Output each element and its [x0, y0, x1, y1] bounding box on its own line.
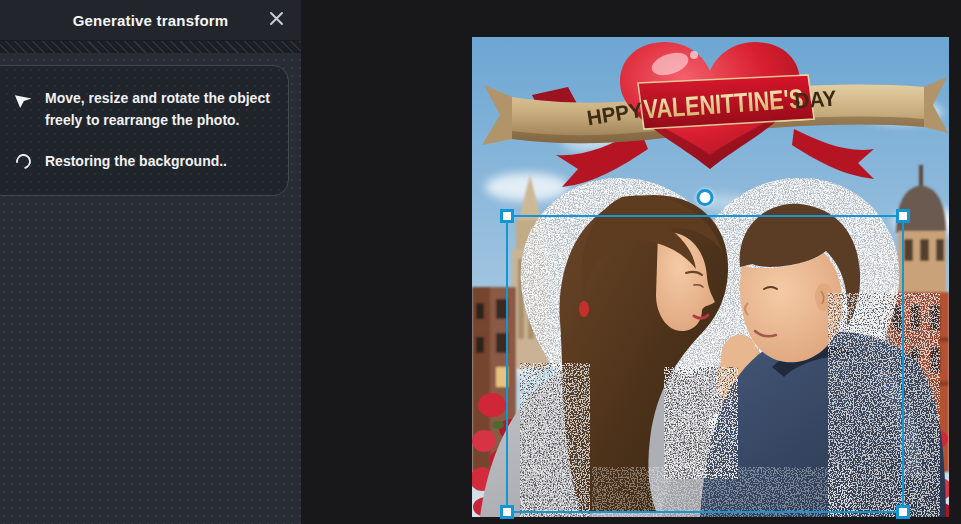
move-instruction-row: Move, resize and rotate the object freel… — [13, 88, 272, 131]
close-button[interactable] — [265, 9, 287, 31]
panel-header: Generative transform — [0, 0, 301, 40]
status-row: Restoring the background.. — [13, 151, 272, 173]
instructions-card: Move, resize and rotate the object freel… — [0, 65, 289, 196]
loading-spinner-icon — [13, 151, 33, 169]
close-icon — [269, 11, 284, 29]
rotate-handle[interactable] — [697, 189, 714, 206]
banner-word-right: DAY — [794, 86, 838, 114]
resize-handle-top-right[interactable] — [896, 209, 910, 223]
status-text: Restoring the background.. — [45, 151, 227, 173]
panel-title: Generative transform — [73, 12, 229, 29]
resize-handle-top-left[interactable] — [500, 209, 514, 223]
selection-box[interactable] — [506, 215, 904, 513]
generative-transform-panel: Generative transform Move, resize and ro… — [0, 0, 301, 524]
move-instruction-text: Move, resize and rotate the object freel… — [45, 88, 272, 131]
resize-handle-bottom-right[interactable] — [896, 505, 910, 519]
editor-canvas[interactable]: HPPY VALENITTINE'S DAY — [301, 0, 961, 524]
resize-handle-bottom-left[interactable] — [500, 505, 514, 519]
cursor-arrow-icon — [13, 88, 33, 109]
striped-divider — [0, 40, 301, 53]
